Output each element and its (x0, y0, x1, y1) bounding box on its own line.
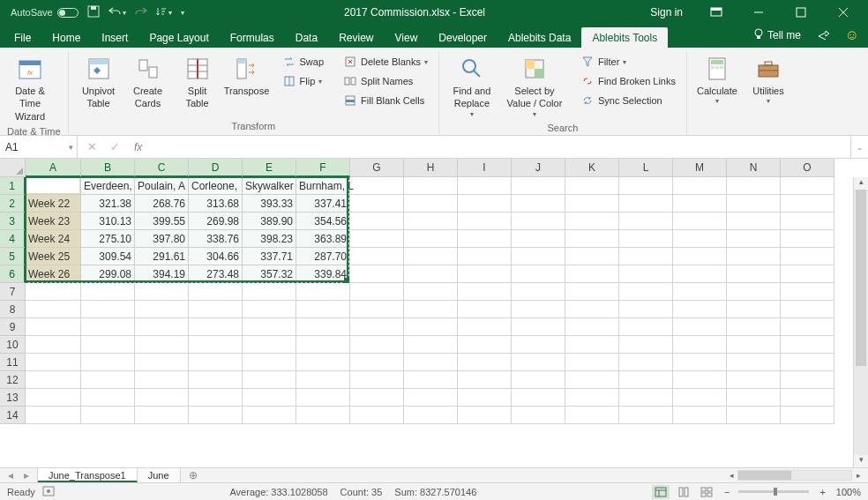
find-broken-links-button[interactable]: Find Broken Links (577, 72, 679, 90)
cell-H5[interactable] (404, 248, 458, 265)
cell-A12[interactable] (26, 371, 81, 389)
cell-B5[interactable]: 309.54 (81, 248, 135, 265)
cell-O7[interactable] (781, 283, 834, 301)
cell-D5[interactable]: 304.66 (189, 248, 243, 265)
cell-L12[interactable] (619, 371, 673, 389)
cell-F7[interactable] (296, 283, 350, 301)
cell-O3[interactable] (781, 213, 834, 230)
cell-G9[interactable] (350, 318, 404, 336)
cell-J14[interactable] (512, 407, 565, 424)
cell-B2[interactable]: 321.38 (81, 195, 135, 213)
cell-N5[interactable] (727, 248, 781, 265)
cell-H8[interactable] (404, 301, 458, 318)
cell-L11[interactable] (619, 354, 673, 371)
cell-E10[interactable] (243, 336, 296, 354)
cell-E7[interactable] (243, 283, 296, 301)
cell-L7[interactable] (619, 283, 673, 301)
cell-J2[interactable] (512, 195, 565, 213)
cell-C4[interactable]: 397.80 (135, 230, 189, 248)
autosave-toggle[interactable]: AutoSave (7, 5, 82, 19)
cell-M9[interactable] (673, 318, 727, 336)
cell-L8[interactable] (619, 301, 673, 318)
create-cards-button[interactable]: Create Cards (125, 53, 171, 112)
cell-H6[interactable] (404, 265, 458, 283)
cell-K12[interactable] (565, 371, 619, 389)
cell-K5[interactable] (565, 248, 619, 265)
cell-C13[interactable] (135, 389, 189, 407)
cell-M5[interactable] (673, 248, 727, 265)
cell-B7[interactable] (81, 283, 135, 301)
cell-H9[interactable] (404, 318, 458, 336)
delete-blanks-button[interactable]: Delete Blanks ▾ (340, 53, 431, 71)
cell-G2[interactable] (350, 195, 404, 213)
cell-E2[interactable]: 393.33 (243, 195, 296, 213)
cell-C5[interactable]: 291.61 (135, 248, 189, 265)
cell-N9[interactable] (727, 318, 781, 336)
cell-A10[interactable] (26, 336, 81, 354)
cell-K6[interactable] (565, 265, 619, 283)
cell-H2[interactable] (404, 195, 458, 213)
cell-E11[interactable] (243, 354, 296, 371)
cell-A9[interactable] (26, 318, 81, 336)
cell-K8[interactable] (565, 301, 619, 318)
sheet-tab-june_transpose1[interactable]: June_Transpose1 (38, 468, 138, 482)
row-header-12[interactable]: 12 (0, 371, 26, 389)
cell-M10[interactable] (673, 336, 727, 354)
row-header-10[interactable]: 10 (0, 336, 26, 354)
cell-H3[interactable] (404, 213, 458, 230)
cell-J5[interactable] (512, 248, 565, 265)
formula-input[interactable] (147, 136, 850, 158)
split-table-button[interactable]: Split Table (175, 53, 221, 112)
cell-K2[interactable] (565, 195, 619, 213)
row-header-14[interactable]: 14 (0, 407, 26, 424)
cell-H12[interactable] (404, 371, 458, 389)
cell-J12[interactable] (512, 371, 565, 389)
tell-me-search[interactable]: Tell me (746, 25, 808, 47)
macro-record-icon[interactable] (42, 486, 55, 498)
column-header-K[interactable]: K (565, 159, 619, 177)
cell-F1[interactable]: Burnham, L (296, 177, 350, 195)
cell-L2[interactable] (619, 195, 673, 213)
cell-C12[interactable] (135, 371, 189, 389)
cell-A7[interactable] (26, 283, 81, 301)
cell-K9[interactable] (565, 318, 619, 336)
cell-H14[interactable] (404, 407, 458, 424)
save-button[interactable] (84, 4, 103, 21)
cell-H11[interactable] (404, 354, 458, 371)
cell-L6[interactable] (619, 265, 673, 283)
cell-E12[interactable] (243, 371, 296, 389)
utilities-button[interactable]: Utilities ▾ (745, 53, 791, 108)
scroll-right-button[interactable]: ▸ (852, 471, 864, 480)
cell-O9[interactable] (781, 318, 834, 336)
scroll-up-button[interactable]: ▴ (854, 177, 868, 190)
cell-M14[interactable] (673, 407, 727, 424)
tab-view[interactable]: View (385, 27, 429, 48)
cell-D3[interactable]: 269.98 (189, 213, 243, 230)
cell-E6[interactable]: 357.32 (243, 265, 296, 283)
cell-D12[interactable] (189, 371, 243, 389)
cell-D1[interactable]: Corleone, (189, 177, 243, 195)
cell-C14[interactable] (135, 407, 189, 424)
cell-J7[interactable] (512, 283, 565, 301)
cell-J3[interactable] (512, 213, 565, 230)
cell-O13[interactable] (781, 389, 834, 407)
cell-J9[interactable] (512, 318, 565, 336)
cell-K14[interactable] (565, 407, 619, 424)
cells-area[interactable]: Everdeen,Poulain, ACorleone,SkywalkerBur… (26, 177, 868, 437)
cell-C7[interactable] (135, 283, 189, 301)
cell-N2[interactable] (727, 195, 781, 213)
cell-N3[interactable] (727, 213, 781, 230)
tab-data[interactable]: Data (285, 27, 328, 48)
cell-G12[interactable] (350, 371, 404, 389)
cell-L10[interactable] (619, 336, 673, 354)
cell-F2[interactable]: 337.41 (296, 195, 350, 213)
cell-B8[interactable] (81, 301, 135, 318)
cell-A5[interactable]: Week 25 (26, 248, 81, 265)
cell-C6[interactable]: 394.19 (135, 265, 189, 283)
cell-I2[interactable] (458, 195, 512, 213)
cell-E8[interactable] (243, 301, 296, 318)
row-header-8[interactable]: 8 (0, 301, 26, 318)
cell-D10[interactable] (189, 336, 243, 354)
cell-N14[interactable] (727, 407, 781, 424)
cell-O8[interactable] (781, 301, 834, 318)
